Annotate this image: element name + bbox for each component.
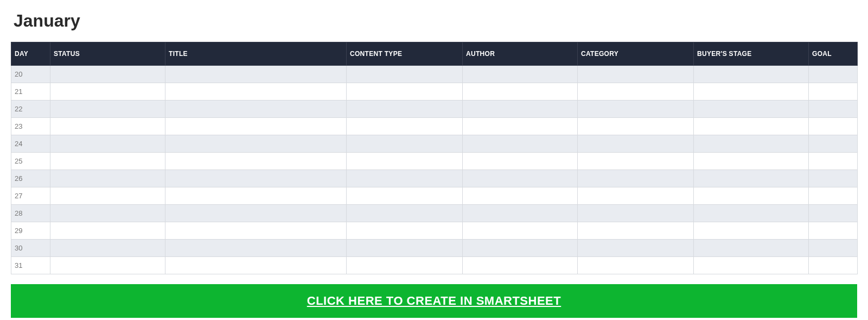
cell-author[interactable] <box>463 101 578 118</box>
table-row[interactable]: 25 <box>11 153 858 170</box>
cell-category[interactable] <box>578 205 694 222</box>
table-row[interactable]: 23 <box>11 118 858 135</box>
cell-title[interactable] <box>165 66 347 83</box>
cell-goal[interactable] <box>809 222 858 240</box>
cell-author[interactable] <box>463 83 578 101</box>
cell-author[interactable] <box>463 205 578 222</box>
cell-content_type[interactable] <box>347 118 463 135</box>
cell-author[interactable] <box>463 240 578 257</box>
cell-goal[interactable] <box>809 205 858 222</box>
table-row[interactable]: 29 <box>11 222 858 240</box>
cell-title[interactable] <box>165 170 347 187</box>
cell-buyers_stage[interactable] <box>694 101 809 118</box>
cell-status[interactable] <box>50 205 165 222</box>
cell-title[interactable] <box>165 101 347 118</box>
cell-category[interactable] <box>578 222 694 240</box>
cell-category[interactable] <box>578 83 694 101</box>
create-in-smartsheet-button[interactable]: CLICK HERE TO CREATE IN SMARTSHEET <box>11 284 857 318</box>
cell-content_type[interactable] <box>347 240 463 257</box>
cell-category[interactable] <box>578 118 694 135</box>
cell-day[interactable]: 29 <box>11 222 50 240</box>
cell-content_type[interactable] <box>347 101 463 118</box>
cell-content_type[interactable] <box>347 135 463 153</box>
cell-status[interactable] <box>50 101 165 118</box>
cell-status[interactable] <box>50 83 165 101</box>
cell-status[interactable] <box>50 66 165 83</box>
cell-goal[interactable] <box>809 135 858 153</box>
cell-buyers_stage[interactable] <box>694 240 809 257</box>
cell-content_type[interactable] <box>347 170 463 187</box>
cell-day[interactable]: 20 <box>11 66 50 83</box>
cell-goal[interactable] <box>809 66 858 83</box>
cell-author[interactable] <box>463 153 578 170</box>
cell-day[interactable]: 27 <box>11 187 50 205</box>
cell-title[interactable] <box>165 118 347 135</box>
cell-author[interactable] <box>463 170 578 187</box>
cell-buyers_stage[interactable] <box>694 222 809 240</box>
cell-content_type[interactable] <box>347 222 463 240</box>
cell-category[interactable] <box>578 170 694 187</box>
cell-buyers_stage[interactable] <box>694 205 809 222</box>
cell-status[interactable] <box>50 187 165 205</box>
cell-status[interactable] <box>50 240 165 257</box>
table-row[interactable]: 20 <box>11 66 858 83</box>
cell-author[interactable] <box>463 222 578 240</box>
cell-status[interactable] <box>50 170 165 187</box>
cell-day[interactable]: 22 <box>11 101 50 118</box>
cell-status[interactable] <box>50 135 165 153</box>
cell-status[interactable] <box>50 222 165 240</box>
cell-goal[interactable] <box>809 170 858 187</box>
table-row[interactable]: 22 <box>11 101 858 118</box>
cell-day[interactable]: 25 <box>11 153 50 170</box>
cell-author[interactable] <box>463 187 578 205</box>
cell-author[interactable] <box>463 118 578 135</box>
cell-author[interactable] <box>463 66 578 83</box>
cell-title[interactable] <box>165 83 347 101</box>
cell-goal[interactable] <box>809 240 858 257</box>
cell-title[interactable] <box>165 153 347 170</box>
cell-content_type[interactable] <box>347 205 463 222</box>
table-row[interactable]: 31 <box>11 257 858 274</box>
cell-author[interactable] <box>463 135 578 153</box>
table-row[interactable]: 30 <box>11 240 858 257</box>
cell-buyers_stage[interactable] <box>694 135 809 153</box>
cell-content_type[interactable] <box>347 257 463 274</box>
cell-buyers_stage[interactable] <box>694 170 809 187</box>
cell-goal[interactable] <box>809 118 858 135</box>
cell-title[interactable] <box>165 135 347 153</box>
cell-buyers_stage[interactable] <box>694 257 809 274</box>
cell-goal[interactable] <box>809 101 858 118</box>
cell-category[interactable] <box>578 187 694 205</box>
cell-title[interactable] <box>165 257 347 274</box>
table-row[interactable]: 28 <box>11 205 858 222</box>
table-row[interactable]: 24 <box>11 135 858 153</box>
cell-day[interactable]: 26 <box>11 170 50 187</box>
cell-category[interactable] <box>578 257 694 274</box>
cell-title[interactable] <box>165 240 347 257</box>
cell-day[interactable]: 31 <box>11 257 50 274</box>
cell-title[interactable] <box>165 187 347 205</box>
cell-goal[interactable] <box>809 83 858 101</box>
cell-category[interactable] <box>578 101 694 118</box>
cell-goal[interactable] <box>809 153 858 170</box>
cell-status[interactable] <box>50 153 165 170</box>
cell-content_type[interactable] <box>347 153 463 170</box>
cell-buyers_stage[interactable] <box>694 187 809 205</box>
cell-category[interactable] <box>578 135 694 153</box>
cell-day[interactable]: 21 <box>11 83 50 101</box>
cell-buyers_stage[interactable] <box>694 118 809 135</box>
cell-title[interactable] <box>165 205 347 222</box>
table-row[interactable]: 21 <box>11 83 858 101</box>
cell-day[interactable]: 24 <box>11 135 50 153</box>
cell-day[interactable]: 23 <box>11 118 50 135</box>
cell-content_type[interactable] <box>347 83 463 101</box>
cell-category[interactable] <box>578 153 694 170</box>
cell-category[interactable] <box>578 66 694 83</box>
cell-content_type[interactable] <box>347 187 463 205</box>
cell-author[interactable] <box>463 257 578 274</box>
cell-goal[interactable] <box>809 257 858 274</box>
cell-category[interactable] <box>578 240 694 257</box>
cell-status[interactable] <box>50 257 165 274</box>
table-row[interactable]: 26 <box>11 170 858 187</box>
cell-day[interactable]: 28 <box>11 205 50 222</box>
